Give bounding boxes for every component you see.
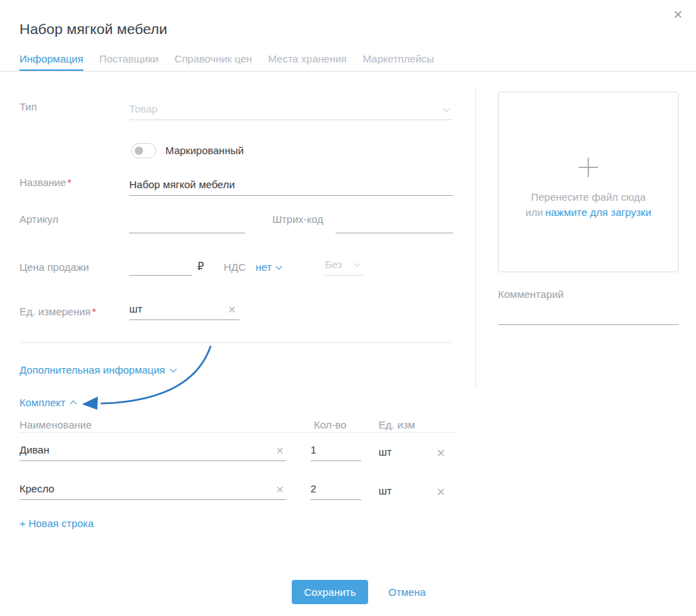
page-title: Набор мягкой мебели <box>19 21 167 38</box>
chevron-down-icon <box>276 263 283 269</box>
additional-info-toggle[interactable]: Дополнительная информация <box>19 364 176 376</box>
upload-hint-prefix: или <box>525 206 543 218</box>
required-asterisk: * <box>92 306 96 317</box>
add-row-link[interactable]: + Новая строка <box>19 517 94 529</box>
col-header-name: Наименование <box>19 419 92 431</box>
remove-icon[interactable]: ✕ <box>436 487 445 498</box>
kit-unit-value: шт <box>379 485 392 497</box>
vat-mode-select[interactable]: Без <box>325 256 363 276</box>
upload-dropzone[interactable]: Перенесите файл сюда илинажмите для загр… <box>498 92 679 272</box>
vat-select[interactable]: нет <box>256 261 281 273</box>
tab-storage-places[interactable]: Места хранения <box>268 53 347 71</box>
chevron-up-icon <box>70 400 77 407</box>
name-label: Название* <box>19 176 72 188</box>
chevron-down-icon <box>169 365 176 372</box>
marked-toggle[interactable] <box>131 143 156 158</box>
name-label-text: Название <box>19 176 66 188</box>
type-placeholder: Товар <box>129 103 158 115</box>
col-header-qty: Кол-во <box>314 419 347 431</box>
kit-name-input[interactable] <box>19 442 286 461</box>
unit-input[interactable] <box>129 301 240 320</box>
kit-name-input[interactable] <box>19 481 286 500</box>
toggle-knob-icon <box>135 147 143 155</box>
tab-marketplaces[interactable]: Маркетплейсы <box>363 53 434 71</box>
upload-link[interactable]: нажмите для загрузки <box>545 206 652 218</box>
vat-label: НДС <box>224 261 246 273</box>
name-input[interactable] <box>129 176 453 196</box>
article-input[interactable] <box>129 214 245 233</box>
kit-label: Комплект <box>19 397 65 408</box>
save-button[interactable]: Сохранить <box>292 580 368 604</box>
barcode-label: Штрих-код <box>272 213 323 225</box>
col-header-unit: Ед. изм <box>379 419 415 431</box>
additional-info-label: Дополнительная информация <box>19 364 165 376</box>
remove-icon[interactable]: ✕ <box>436 448 445 459</box>
clear-icon[interactable]: ✕ <box>276 446 284 456</box>
tabs-divider <box>0 71 696 72</box>
marked-label: Маркированный <box>165 144 244 156</box>
barcode-input[interactable] <box>335 214 453 233</box>
comment-label: Комментарий <box>498 288 563 300</box>
type-label: Тип <box>19 101 37 113</box>
upload-hint-line1: Перенесите файл сюда <box>531 191 645 203</box>
unit-label: Ед. измерения* <box>19 306 96 317</box>
tab-bar: Информация Поставщики Справочник цен Мес… <box>19 53 434 71</box>
vertical-divider <box>475 87 476 389</box>
clear-icon[interactable]: ✕ <box>228 305 236 315</box>
section-divider <box>19 342 453 343</box>
upload-hint-line2: илинажмите для загрузки <box>525 206 651 218</box>
required-asterisk: * <box>67 176 72 188</box>
kit-unit-value: шт <box>379 446 392 458</box>
comment-input[interactable] <box>498 306 679 325</box>
tab-price-reference[interactable]: Справочник цен <box>174 53 252 71</box>
article-label: Артикул <box>19 213 58 225</box>
table-header-divider <box>19 432 455 433</box>
product-modal: ✕ Набор мягкой мебели Информация Поставщ… <box>0 0 696 616</box>
close-icon[interactable]: ✕ <box>673 9 683 21</box>
ruble-symbol: ₽ <box>197 260 204 273</box>
clear-icon[interactable]: ✕ <box>276 485 284 494</box>
chevron-down-icon <box>354 261 360 267</box>
chevron-down-icon <box>443 106 450 113</box>
kit-qty-input[interactable] <box>310 442 361 461</box>
plus-icon <box>578 157 599 181</box>
price-input[interactable] <box>129 256 192 276</box>
tab-information[interactable]: Информация <box>19 53 83 71</box>
price-label: Цена продажи <box>19 261 89 273</box>
vat-value: нет <box>256 261 272 273</box>
type-select[interactable]: Товар <box>129 101 453 120</box>
kit-toggle[interactable]: Комплект <box>19 397 76 408</box>
cancel-button[interactable]: Отмена <box>388 586 426 598</box>
tab-suppliers[interactable]: Поставщики <box>99 53 158 71</box>
unit-label-text: Ед. измерения <box>19 306 90 317</box>
kit-qty-input[interactable] <box>310 481 361 500</box>
vat-mode-placeholder: Без <box>325 258 342 270</box>
